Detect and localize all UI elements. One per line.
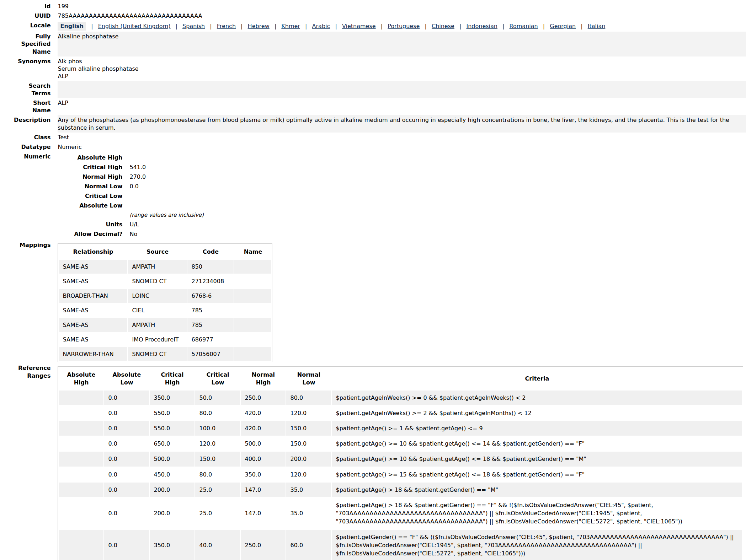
field-row-locale: Locale English | English (United Kingdom… bbox=[0, 21, 746, 32]
locale-link[interactable]: Spanish bbox=[182, 23, 205, 29]
reference-ranges-table: Absolute High Absolute Low Critical High… bbox=[58, 366, 743, 560]
mapping-relationship: SAME-AS bbox=[59, 333, 127, 346]
mapping-row: BROADER-THAN LOINC 6768-6 bbox=[59, 289, 271, 303]
locale-link[interactable]: Italian bbox=[588, 23, 606, 29]
reference-range-row: 0.0 200.0 25.0 147.0 35.0 $patient.getAg… bbox=[59, 483, 742, 497]
ref-absolute-high bbox=[59, 421, 103, 436]
synonym-item: Alk phos bbox=[58, 58, 744, 65]
field-label-numeric: Numeric bbox=[0, 152, 58, 240]
ref-normal-low: 200.0 bbox=[286, 452, 331, 466]
field-label-id: Id bbox=[0, 1, 58, 11]
field-label-class: Class bbox=[0, 133, 58, 142]
locale-bar: English | English (United Kingdom) | Spa… bbox=[58, 21, 746, 32]
field-label-datatype: Datatype bbox=[0, 142, 58, 152]
locale-link[interactable]: Arabic bbox=[312, 23, 330, 29]
reference-range-row: 0.0 200.0 25.0 147.0 35.0 $patient.getAg… bbox=[59, 498, 742, 529]
ref-normal-low: 150.0 bbox=[286, 421, 331, 436]
numeric-value-normal-high: 270.0 bbox=[122, 172, 203, 182]
field-row-numeric: Numeric Absolute High Critical High 541.… bbox=[0, 152, 746, 240]
ref-critical-low: 150.0 bbox=[195, 452, 240, 466]
mapping-row: SAME-AS AMPATH 850 bbox=[59, 260, 271, 274]
locale-link[interactable]: Vietnamese bbox=[342, 23, 376, 29]
ref-absolute-low: 0.0 bbox=[104, 406, 149, 420]
ref-absolute-low: 0.0 bbox=[104, 467, 149, 482]
ref-normal-low: 60.0 bbox=[286, 530, 331, 560]
ref-critical-high: 350.0 bbox=[150, 530, 195, 560]
numeric-label-normal-low: Normal Low bbox=[58, 182, 122, 191]
numeric-value-absolute-high bbox=[122, 153, 203, 162]
ref-normal-high: 400.0 bbox=[241, 452, 286, 466]
numeric-row: Absolute Low bbox=[58, 201, 203, 210]
ref-criteria: $patient.getAge() > 18 && $patient.getGe… bbox=[332, 483, 742, 497]
ref-absolute-low: 0.0 bbox=[104, 452, 149, 466]
locale-link[interactable]: Hebrew bbox=[248, 23, 270, 29]
field-label-reference-ranges: Reference Ranges bbox=[0, 363, 58, 560]
locale-link[interactable]: Indonesian bbox=[466, 23, 497, 29]
numeric-row: (range values are inclusive) bbox=[58, 211, 203, 220]
ref-normal-high: 420.0 bbox=[241, 421, 286, 436]
reference-ranges-header-row: Absolute High Absolute Low Critical High… bbox=[59, 367, 742, 389]
locale-link[interactable]: English (United Kingdom) bbox=[98, 23, 171, 29]
ref-critical-high: 500.0 bbox=[150, 452, 195, 466]
numeric-details: Absolute High Critical High 541.0 Normal… bbox=[58, 152, 746, 240]
numeric-label-normal-high: Normal High bbox=[58, 172, 122, 182]
mapping-relationship: SAME-AS bbox=[59, 318, 127, 332]
mappings-header-row: Relationship Source Code Name bbox=[59, 244, 271, 259]
locale-link[interactable]: Chinese bbox=[432, 23, 454, 29]
ref-critical-low: 25.0 bbox=[195, 483, 240, 497]
ref-normal-low: 80.0 bbox=[286, 391, 331, 405]
ref-critical-low: 80.0 bbox=[195, 467, 240, 482]
locale-separator: | bbox=[381, 23, 383, 29]
locale-separator: | bbox=[425, 23, 426, 29]
field-label-search-terms: Search Terms bbox=[0, 81, 58, 98]
ref-critical-high: 350.0 bbox=[150, 391, 195, 405]
mapping-source: LOINC bbox=[128, 289, 187, 303]
ref-criteria: $patient.getAge() >= 1 && $patient.getAg… bbox=[332, 421, 742, 436]
field-row-datatype: Datatype Numeric bbox=[0, 142, 746, 152]
field-value-fully-specified-name: Alkaline phosphatase bbox=[58, 32, 746, 56]
ref-normal-low: 120.0 bbox=[286, 406, 331, 420]
locale-separator: | bbox=[241, 23, 243, 29]
mappings-section: Relationship Source Code Name SAME-AS AM… bbox=[58, 240, 746, 364]
ref-header-normal-low: Normal Low bbox=[286, 367, 331, 389]
ref-critical-low: 40.0 bbox=[195, 530, 240, 560]
field-row-description: Description Any of the phosphatases (as … bbox=[0, 115, 746, 132]
locale-link[interactable]: Khmer bbox=[281, 23, 300, 29]
ref-criteria: $patient.getAge() >= 10 && $patient.getA… bbox=[332, 452, 742, 466]
numeric-row: Critical Low bbox=[58, 191, 203, 201]
synonym-item: Serum alkaline phosphatase bbox=[58, 65, 744, 72]
numeric-range-note: (range values are inclusive) bbox=[122, 211, 203, 220]
field-row-uuid: UUID 785AAAAAAAAAAAAAAAAAAAAAAAAAAAAAAAA… bbox=[0, 11, 746, 21]
reference-range-row: 0.0 350.0 50.0 250.0 80.0 $patient.getAg… bbox=[59, 391, 742, 405]
field-value-short-name: ALP bbox=[58, 98, 746, 115]
ref-normal-low: 35.0 bbox=[286, 483, 331, 497]
mapping-name bbox=[234, 318, 271, 332]
ref-absolute-high bbox=[59, 406, 103, 420]
mapping-row: SAME-AS IMO ProcedureIT 686977 bbox=[59, 333, 271, 346]
ref-header-absolute-high: Absolute High bbox=[59, 367, 103, 389]
field-label-locale: Locale bbox=[0, 21, 58, 32]
field-label-mappings: Mappings bbox=[0, 240, 58, 364]
field-row-search-terms: Search Terms bbox=[0, 81, 746, 98]
mapping-source: IMO ProcedureIT bbox=[128, 333, 187, 346]
locale-link[interactable]: French bbox=[217, 23, 236, 29]
ref-absolute-low: 0.0 bbox=[104, 530, 149, 560]
numeric-label-absolute-high: Absolute High bbox=[58, 153, 122, 162]
locale-link[interactable]: Portuguese bbox=[388, 23, 420, 29]
numeric-value-absolute-low bbox=[122, 201, 203, 210]
field-label-short-name: Short Name bbox=[0, 98, 58, 115]
mapping-code: 686977 bbox=[187, 333, 234, 346]
mapping-name bbox=[234, 289, 271, 303]
locale-link[interactable]: Romanian bbox=[510, 23, 538, 29]
mappings-header-source: Source bbox=[128, 244, 187, 259]
locale-tab-selected[interactable]: English bbox=[58, 22, 86, 31]
ref-absolute-high bbox=[59, 483, 103, 497]
mapping-name bbox=[234, 303, 271, 317]
mapping-code: 271234008 bbox=[187, 274, 234, 288]
locale-separator: | bbox=[210, 23, 212, 29]
numeric-label-empty bbox=[58, 211, 122, 220]
numeric-label-allow-decimal: Allow Decimal? bbox=[58, 229, 122, 239]
ref-header-absolute-low: Absolute Low bbox=[104, 367, 149, 389]
locale-link[interactable]: Georgian bbox=[550, 23, 576, 29]
ref-critical-low: 120.0 bbox=[195, 436, 240, 451]
